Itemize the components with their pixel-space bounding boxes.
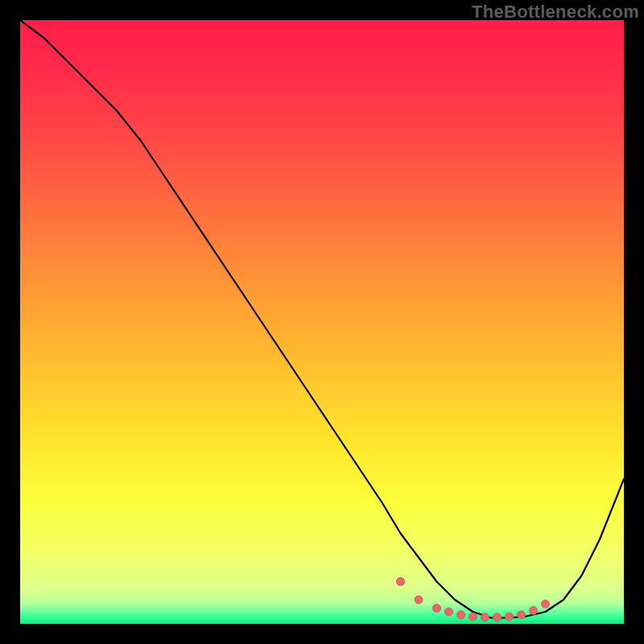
bottleneck-curve [20, 20, 624, 618]
optimum-dot [493, 613, 502, 621]
optimum-dot [445, 608, 453, 616]
watermark-text: TheBottleneck.com [472, 2, 639, 23]
curve-overlay [20, 20, 624, 624]
optimum-dot [457, 611, 465, 619]
optimum-dot [481, 613, 489, 621]
optimum-dot [506, 613, 514, 621]
optimum-dot [397, 578, 405, 586]
optimum-dot [433, 605, 441, 613]
optimum-dot [518, 611, 526, 619]
plot-area [20, 20, 624, 624]
optimum-dot [542, 600, 550, 608]
chart-frame: TheBottleneck.com [0, 0, 644, 644]
optimum-dot [415, 596, 423, 604]
optimum-dot [469, 613, 477, 621]
optimum-dots [397, 578, 550, 621]
optimum-dot [530, 607, 538, 615]
